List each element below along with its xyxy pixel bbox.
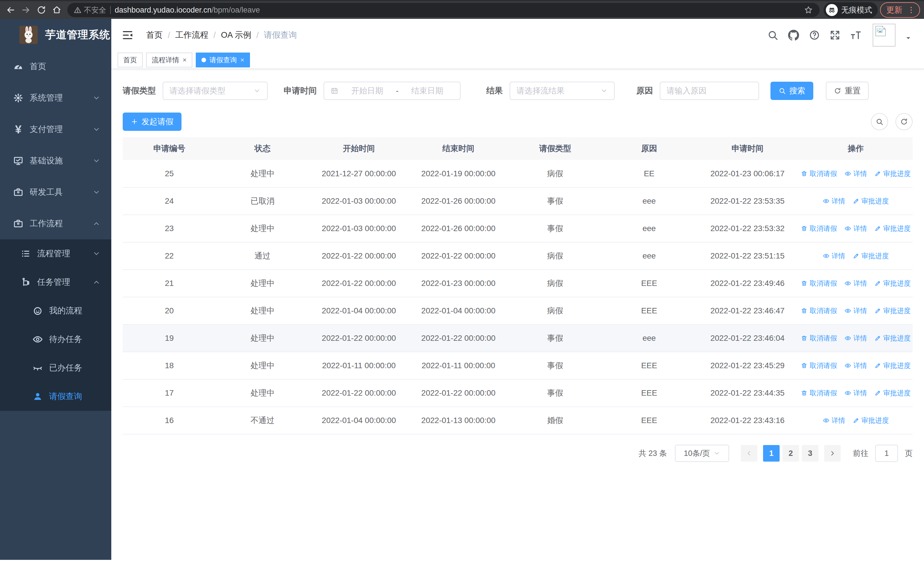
page-size-select[interactable]: 10条/页	[675, 445, 729, 462]
fullscreen-icon[interactable]	[829, 29, 841, 41]
address-bar[interactable]: 不安全 dashboard.yudao.iocoder.cn/bpm/oa/le…	[68, 3, 819, 17]
monitor-icon	[12, 155, 24, 167]
cancel-action-link[interactable]: 取消请假	[801, 169, 837, 178]
detail-action-link[interactable]: 详情	[823, 251, 845, 260]
cell-start: 2022-01-22 00:00:00	[309, 270, 409, 297]
sidebar-collapse-icon[interactable]	[122, 29, 134, 41]
tag-view-tab-首页[interactable]: 首页	[118, 53, 142, 68]
sidebar-item-任务管理[interactable]: 任务管理	[0, 268, 111, 296]
reset-button[interactable]: 重置	[826, 82, 868, 100]
show-search-toggle-button[interactable]	[871, 113, 888, 130]
detail-action-link[interactable]: 详情	[823, 416, 845, 425]
table-row: 21处理中2022-01-22 00:00:002022-01-23 00:00…	[123, 270, 913, 297]
sidebar-item-我的流程[interactable]: 我的流程	[0, 296, 111, 325]
detail-action-link[interactable]: 详情	[844, 224, 867, 233]
progress-action-link[interactable]: 审批进度	[874, 388, 910, 398]
browser-reload-button[interactable]	[35, 3, 48, 17]
browser-home-button[interactable]	[50, 3, 63, 17]
progress-action-link[interactable]: 审批进度	[874, 224, 910, 233]
trash-icon	[801, 335, 808, 341]
detail-action-link[interactable]: 详情	[844, 361, 867, 370]
detail-action-link[interactable]: 详情	[844, 306, 867, 315]
goto-page-input[interactable]	[875, 445, 898, 462]
breadcrumb-item[interactable]: 工作流程	[175, 29, 208, 41]
sidebar-item-流程管理[interactable]: 流程管理	[0, 239, 111, 268]
sidebar-item-系统管理[interactable]: 系统管理	[0, 82, 111, 114]
cell-type: 事假	[508, 352, 602, 379]
page-button-1[interactable]: 1	[763, 445, 780, 462]
cancel-action-link[interactable]: 取消请假	[801, 306, 837, 315]
security-chip[interactable]: 不安全	[74, 5, 106, 15]
bookmark-star-icon[interactable]	[804, 5, 813, 15]
breadcrumb-separator: /	[213, 30, 216, 40]
kebab-menu-icon[interactable]	[907, 6, 915, 14]
progress-action-link[interactable]: 审批进度	[853, 197, 889, 206]
action-label: 审批进度	[861, 197, 889, 206]
avatar-caret-icon[interactable]	[904, 34, 912, 42]
trash-icon	[801, 225, 808, 232]
sidebar-item-请假查询[interactable]: 请假查询	[0, 382, 111, 411]
chevron-up-icon	[93, 278, 100, 286]
help-icon[interactable]	[809, 29, 820, 41]
tag-view-tab-请假查询[interactable]: 请假查询×	[196, 53, 250, 68]
cell-status: 通过	[216, 242, 309, 270]
result-select[interactable]: 请选择流结果	[510, 82, 615, 100]
close-tab-icon[interactable]: ×	[183, 57, 187, 63]
tab-label: 流程详情	[152, 56, 179, 65]
apply-time-range-picker[interactable]: 开始日期 - 结束日期	[324, 82, 460, 100]
sidebar-item-工作流程[interactable]: 工作流程	[0, 208, 111, 239]
app-logo-row[interactable]: 芋道管理系统	[0, 19, 111, 51]
next-page-button[interactable]	[824, 445, 841, 462]
column-header-开始时间: 开始时间	[309, 137, 409, 160]
github-icon[interactable]	[788, 29, 800, 41]
browser-back-button[interactable]	[4, 3, 17, 17]
progress-action-link[interactable]: 审批进度	[874, 279, 910, 288]
browser-update-button[interactable]: 更新	[880, 2, 920, 18]
cell-status: 处理中	[216, 352, 309, 379]
progress-action-link[interactable]: 审批进度	[874, 169, 910, 178]
tag-view-tab-流程详情[interactable]: 流程详情×	[146, 53, 192, 68]
progress-action-link[interactable]: 审批进度	[853, 251, 889, 260]
detail-action-link[interactable]: 详情	[844, 279, 867, 288]
reason-input[interactable]	[667, 86, 752, 95]
cancel-action-link[interactable]: 取消请假	[801, 388, 837, 398]
detail-action-link[interactable]: 详情	[844, 334, 867, 343]
user-avatar[interactable]	[873, 24, 896, 47]
create-leave-button[interactable]: 发起请假	[123, 113, 182, 131]
sidebar-item-基础设施[interactable]: 基础设施	[0, 145, 111, 176]
sidebar-item-待办任务[interactable]: 待办任务	[0, 325, 111, 353]
header-search-icon[interactable]	[767, 29, 778, 41]
page-button-3[interactable]: 3	[802, 445, 818, 462]
browser-forward-button[interactable]	[20, 3, 33, 17]
breadcrumb-item[interactable]: OA 示例	[221, 29, 251, 41]
cancel-action-link[interactable]: 取消请假	[801, 334, 837, 343]
cancel-action-link[interactable]: 取消请假	[801, 279, 837, 288]
sidebar-item-label: 系统管理	[30, 92, 63, 104]
breadcrumb-item[interactable]: 首页	[146, 29, 163, 41]
search-button[interactable]: 搜索	[771, 82, 813, 100]
font-size-icon[interactable]	[850, 29, 862, 41]
cell-type: 婚假	[508, 407, 602, 434]
detail-action-link[interactable]: 详情	[844, 169, 867, 178]
cancel-action-link[interactable]: 取消请假	[801, 361, 837, 370]
page-button-2[interactable]: 2	[783, 445, 799, 462]
trash-icon	[801, 307, 808, 314]
cancel-action-link[interactable]: 取消请假	[801, 224, 837, 233]
sidebar-item-支付管理[interactable]: ¥支付管理	[0, 114, 111, 145]
sidebar-item-已办任务[interactable]: 已办任务	[0, 353, 111, 382]
close-tab-icon[interactable]: ×	[240, 57, 244, 63]
progress-action-link[interactable]: 审批进度	[874, 306, 910, 315]
detail-action-link[interactable]: 详情	[844, 388, 867, 398]
refresh-table-button[interactable]	[896, 113, 913, 130]
progress-action-link[interactable]: 审批进度	[874, 361, 910, 370]
progress-action-link[interactable]: 审批进度	[853, 416, 889, 425]
sidebar-item-研发工具[interactable]: 研发工具	[0, 176, 111, 208]
sidebar-item-首页[interactable]: 首页	[0, 51, 111, 82]
detail-action-link[interactable]: 详情	[823, 197, 845, 206]
cell-end: 2022-01-11 00:00:00	[409, 352, 508, 379]
leave-type-select[interactable]: 请选择请假类型	[163, 82, 268, 100]
table-row: 23处理中2022-01-03 00:00:002022-01-26 00:00…	[123, 215, 913, 242]
prev-page-button[interactable]	[741, 445, 758, 462]
progress-action-link[interactable]: 审批进度	[874, 334, 910, 343]
pager: 123	[762, 445, 820, 462]
